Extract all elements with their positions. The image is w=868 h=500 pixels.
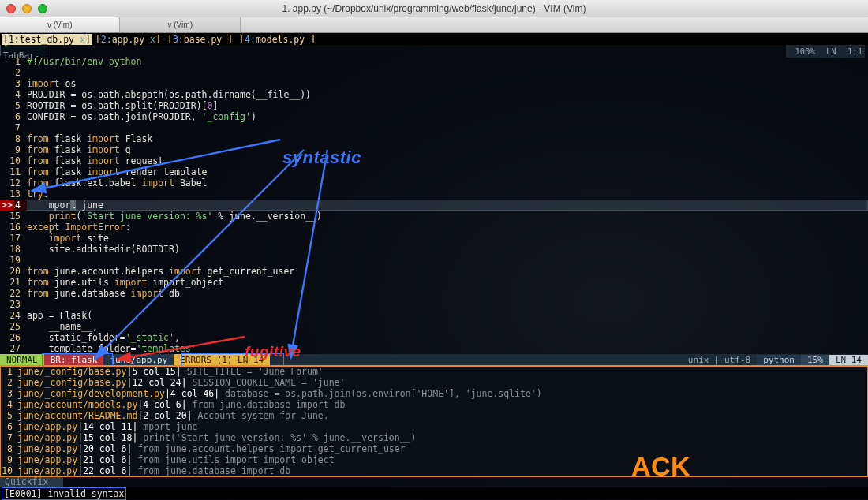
svg-line-3: [117, 337, 245, 360]
macos-tabbar: v (Vim) v (Vim): [0, 17, 868, 33]
svg-line-2: [290, 150, 327, 359]
window-title: 1. app.py (~/Dropbox/unix/programming/we…: [0, 3, 868, 14]
svg-line-0: [32, 140, 280, 191]
annotation-label-syntastic: syntastic: [282, 147, 361, 168]
macos-tab[interactable]: v (Vim): [120, 17, 240, 32]
macos-tab[interactable]: v (Vim): [0, 17, 120, 32]
svg-line-1: [95, 150, 304, 359]
macos-titlebar: 1. app.py (~/Dropbox/unix/programming/we…: [0, 0, 868, 17]
vim-root: [1:test_db.py x][2:app.py x][3:base.py ]…: [0, 33, 868, 500]
annotation-label-fugitive: fugitive: [245, 343, 301, 360]
annotation-label-ack: ACK: [631, 451, 690, 482]
annotation-arrows: [0, 33, 868, 500]
